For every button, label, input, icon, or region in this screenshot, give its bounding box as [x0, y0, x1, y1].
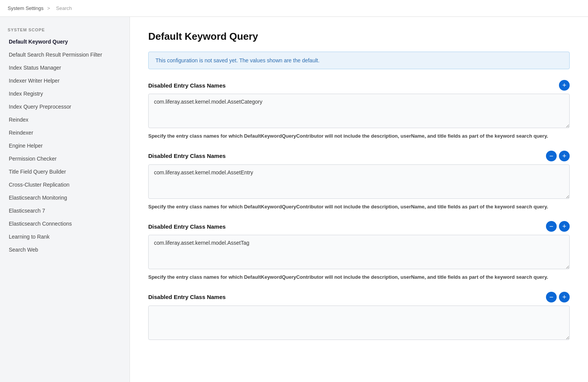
sidebar-item-search-web[interactable]: Search Web: [0, 243, 130, 256]
field-actions-group3: −+: [546, 221, 570, 232]
field-textarea-group4[interactable]: [148, 306, 570, 340]
sidebar-item-index-status-manager[interactable]: Index Status Manager: [0, 61, 130, 74]
field-help-group1: Specify the entry class names for which …: [148, 132, 570, 140]
info-banner: This configuration is not saved yet. The…: [148, 52, 570, 69]
add-field-button-group4[interactable]: +: [559, 292, 570, 302]
sidebar-item-title-field-query-builder[interactable]: Title Field Query Builder: [0, 165, 130, 178]
field-label-group2: Disabled Entry Class Names: [148, 153, 226, 159]
sidebar-item-reindex[interactable]: Reindex: [0, 113, 130, 126]
add-field-button-group2[interactable]: +: [559, 151, 570, 161]
field-header-group2: Disabled Entry Class Names−+: [148, 151, 570, 161]
page-title: Default Keyword Query: [148, 31, 570, 42]
breadcrumb-separator: >: [47, 5, 50, 11]
sidebar-item-elasticsearch-7[interactable]: Elasticsearch 7: [0, 204, 130, 217]
main-content: Default Keyword Query This configuration…: [130, 17, 588, 382]
field-label-group4: Disabled Entry Class Names: [148, 294, 226, 300]
field-group-group4: Disabled Entry Class Names−+: [148, 292, 570, 341]
field-group-group2: Disabled Entry Class Names−+Specify the …: [148, 151, 570, 211]
field-group-group1: Disabled Entry Class Names+Specify the e…: [148, 80, 570, 140]
field-header-group3: Disabled Entry Class Names−+: [148, 221, 570, 232]
sidebar-section-label: SYSTEM SCOPE: [0, 24, 130, 35]
sidebar-item-default-search-result-permission-filter[interactable]: Default Search Result Permission Filter: [0, 48, 130, 61]
field-actions-group4: −+: [546, 292, 570, 302]
remove-field-button-group4[interactable]: −: [546, 292, 557, 302]
breadcrumb-current: Search: [56, 5, 72, 11]
field-help-group2: Specify the entry class names for which …: [148, 203, 570, 211]
sidebar-item-elasticsearch-monitoring[interactable]: Elasticsearch Monitoring: [0, 191, 130, 204]
field-label-group3: Disabled Entry Class Names: [148, 223, 226, 230]
remove-field-button-group2[interactable]: −: [546, 151, 557, 161]
sidebar-item-index-query-preprocessor[interactable]: Index Query Preprocessor: [0, 100, 130, 113]
field-textarea-group1[interactable]: [148, 94, 570, 128]
sidebar-item-default-keyword-query[interactable]: Default Keyword Query: [0, 35, 130, 48]
breadcrumb-parent[interactable]: System Settings: [8, 5, 44, 11]
field-textarea-group3[interactable]: [148, 235, 570, 269]
sidebar-item-elasticsearch-connections[interactable]: Elasticsearch Connections: [0, 217, 130, 230]
field-help-group3: Specify the entry class names for which …: [148, 273, 570, 281]
field-label-group1: Disabled Entry Class Names: [148, 82, 226, 89]
sidebar-item-index-registry[interactable]: Index Registry: [0, 87, 130, 100]
sidebar-item-engine-helper[interactable]: Engine Helper: [0, 139, 130, 152]
field-group-group3: Disabled Entry Class Names−+Specify the …: [148, 221, 570, 281]
field-header-group1: Disabled Entry Class Names+: [148, 80, 570, 91]
field-textarea-group2[interactable]: [148, 164, 570, 199]
field-actions-group2: −+: [546, 151, 570, 161]
sidebar: SYSTEM SCOPE Default Keyword QueryDefaul…: [0, 17, 130, 382]
remove-field-button-group3[interactable]: −: [546, 221, 557, 232]
add-field-button-group1[interactable]: +: [559, 80, 570, 91]
sidebar-item-cross-cluster-replication[interactable]: Cross-Cluster Replication: [0, 178, 130, 191]
sidebar-item-indexer-writer-helper[interactable]: Indexer Writer Helper: [0, 74, 130, 87]
sidebar-item-permission-checker[interactable]: Permission Checker: [0, 152, 130, 165]
field-header-group4: Disabled Entry Class Names−+: [148, 292, 570, 302]
field-actions-group1: +: [559, 80, 570, 91]
breadcrumb: System Settings > Search: [0, 0, 588, 17]
sidebar-item-reindexer[interactable]: Reindexer: [0, 126, 130, 139]
sidebar-item-learning-to-rank[interactable]: Learning to Rank: [0, 230, 130, 243]
add-field-button-group3[interactable]: +: [559, 221, 570, 232]
